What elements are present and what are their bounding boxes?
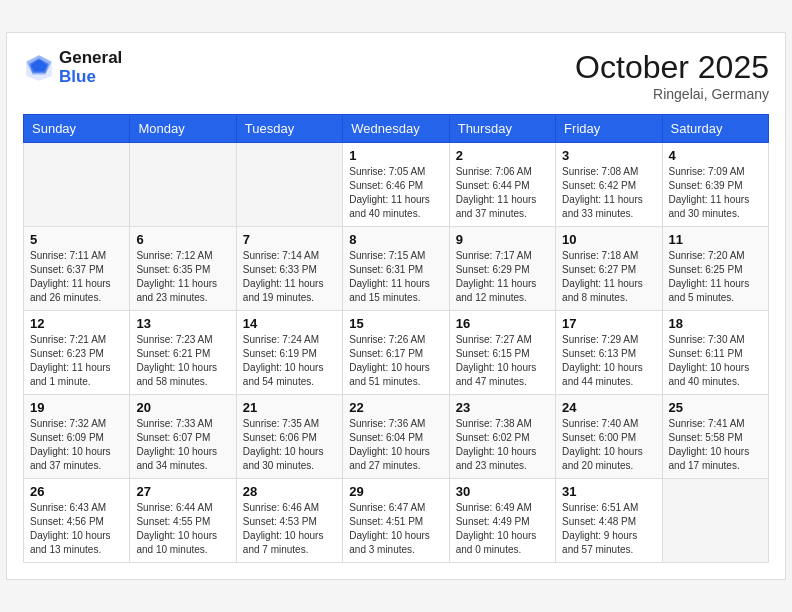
day-cell: 31Sunrise: 6:51 AM Sunset: 4:48 PM Dayli… bbox=[556, 479, 662, 563]
day-info: Sunrise: 7:41 AM Sunset: 5:58 PM Dayligh… bbox=[669, 417, 762, 473]
day-number: 2 bbox=[456, 148, 549, 163]
day-info: Sunrise: 7:24 AM Sunset: 6:19 PM Dayligh… bbox=[243, 333, 336, 389]
day-cell bbox=[24, 143, 130, 227]
day-cell: 8Sunrise: 7:15 AM Sunset: 6:31 PM Daylig… bbox=[343, 227, 449, 311]
weekday-header-friday: Friday bbox=[556, 115, 662, 143]
calendar-header: General Blue October 2025 Ringelai, Germ… bbox=[23, 49, 769, 102]
calendar-body: 1Sunrise: 7:05 AM Sunset: 6:46 PM Daylig… bbox=[24, 143, 769, 563]
day-cell: 25Sunrise: 7:41 AM Sunset: 5:58 PM Dayli… bbox=[662, 395, 768, 479]
day-info: Sunrise: 6:51 AM Sunset: 4:48 PM Dayligh… bbox=[562, 501, 655, 557]
title-block: October 2025 Ringelai, Germany bbox=[575, 49, 769, 102]
day-number: 18 bbox=[669, 316, 762, 331]
weekday-header-tuesday: Tuesday bbox=[236, 115, 342, 143]
day-info: Sunrise: 7:30 AM Sunset: 6:11 PM Dayligh… bbox=[669, 333, 762, 389]
day-cell bbox=[236, 143, 342, 227]
day-number: 30 bbox=[456, 484, 549, 499]
day-number: 15 bbox=[349, 316, 442, 331]
day-number: 17 bbox=[562, 316, 655, 331]
day-cell: 14Sunrise: 7:24 AM Sunset: 6:19 PM Dayli… bbox=[236, 311, 342, 395]
day-cell: 16Sunrise: 7:27 AM Sunset: 6:15 PM Dayli… bbox=[449, 311, 555, 395]
day-number: 27 bbox=[136, 484, 229, 499]
day-info: Sunrise: 7:33 AM Sunset: 6:07 PM Dayligh… bbox=[136, 417, 229, 473]
weekday-header-wednesday: Wednesday bbox=[343, 115, 449, 143]
day-info: Sunrise: 6:43 AM Sunset: 4:56 PM Dayligh… bbox=[30, 501, 123, 557]
day-info: Sunrise: 7:18 AM Sunset: 6:27 PM Dayligh… bbox=[562, 249, 655, 305]
day-info: Sunrise: 7:14 AM Sunset: 6:33 PM Dayligh… bbox=[243, 249, 336, 305]
week-row-5: 26Sunrise: 6:43 AM Sunset: 4:56 PM Dayli… bbox=[24, 479, 769, 563]
day-info: Sunrise: 7:35 AM Sunset: 6:06 PM Dayligh… bbox=[243, 417, 336, 473]
weekday-header-sunday: Sunday bbox=[24, 115, 130, 143]
weekday-header-monday: Monday bbox=[130, 115, 236, 143]
day-cell: 1Sunrise: 7:05 AM Sunset: 6:46 PM Daylig… bbox=[343, 143, 449, 227]
day-number: 7 bbox=[243, 232, 336, 247]
calendar-wrapper: General Blue October 2025 Ringelai, Germ… bbox=[6, 32, 786, 580]
day-number: 10 bbox=[562, 232, 655, 247]
day-cell: 2Sunrise: 7:06 AM Sunset: 6:44 PM Daylig… bbox=[449, 143, 555, 227]
week-row-2: 5Sunrise: 7:11 AM Sunset: 6:37 PM Daylig… bbox=[24, 227, 769, 311]
day-info: Sunrise: 7:05 AM Sunset: 6:46 PM Dayligh… bbox=[349, 165, 442, 221]
day-info: Sunrise: 7:40 AM Sunset: 6:00 PM Dayligh… bbox=[562, 417, 655, 473]
day-info: Sunrise: 7:20 AM Sunset: 6:25 PM Dayligh… bbox=[669, 249, 762, 305]
day-info: Sunrise: 7:27 AM Sunset: 6:15 PM Dayligh… bbox=[456, 333, 549, 389]
month-title: October 2025 bbox=[575, 49, 769, 86]
location: Ringelai, Germany bbox=[575, 86, 769, 102]
day-cell: 5Sunrise: 7:11 AM Sunset: 6:37 PM Daylig… bbox=[24, 227, 130, 311]
day-info: Sunrise: 7:38 AM Sunset: 6:02 PM Dayligh… bbox=[456, 417, 549, 473]
day-number: 23 bbox=[456, 400, 549, 415]
day-info: Sunrise: 7:29 AM Sunset: 6:13 PM Dayligh… bbox=[562, 333, 655, 389]
day-cell: 21Sunrise: 7:35 AM Sunset: 6:06 PM Dayli… bbox=[236, 395, 342, 479]
day-info: Sunrise: 6:49 AM Sunset: 4:49 PM Dayligh… bbox=[456, 501, 549, 557]
day-info: Sunrise: 7:11 AM Sunset: 6:37 PM Dayligh… bbox=[30, 249, 123, 305]
day-number: 13 bbox=[136, 316, 229, 331]
day-cell: 20Sunrise: 7:33 AM Sunset: 6:07 PM Dayli… bbox=[130, 395, 236, 479]
day-info: Sunrise: 7:12 AM Sunset: 6:35 PM Dayligh… bbox=[136, 249, 229, 305]
day-number: 29 bbox=[349, 484, 442, 499]
day-cell: 12Sunrise: 7:21 AM Sunset: 6:23 PM Dayli… bbox=[24, 311, 130, 395]
day-cell: 6Sunrise: 7:12 AM Sunset: 6:35 PM Daylig… bbox=[130, 227, 236, 311]
day-info: Sunrise: 6:44 AM Sunset: 4:55 PM Dayligh… bbox=[136, 501, 229, 557]
weekday-header-row: SundayMondayTuesdayWednesdayThursdayFrid… bbox=[24, 115, 769, 143]
day-cell bbox=[662, 479, 768, 563]
day-cell: 18Sunrise: 7:30 AM Sunset: 6:11 PM Dayli… bbox=[662, 311, 768, 395]
day-number: 5 bbox=[30, 232, 123, 247]
day-info: Sunrise: 7:23 AM Sunset: 6:21 PM Dayligh… bbox=[136, 333, 229, 389]
day-cell: 4Sunrise: 7:09 AM Sunset: 6:39 PM Daylig… bbox=[662, 143, 768, 227]
day-cell: 3Sunrise: 7:08 AM Sunset: 6:42 PM Daylig… bbox=[556, 143, 662, 227]
logo: General Blue bbox=[23, 49, 122, 86]
day-number: 19 bbox=[30, 400, 123, 415]
week-row-3: 12Sunrise: 7:21 AM Sunset: 6:23 PM Dayli… bbox=[24, 311, 769, 395]
calendar-table: SundayMondayTuesdayWednesdayThursdayFrid… bbox=[23, 114, 769, 563]
week-row-4: 19Sunrise: 7:32 AM Sunset: 6:09 PM Dayli… bbox=[24, 395, 769, 479]
day-number: 3 bbox=[562, 148, 655, 163]
day-cell: 19Sunrise: 7:32 AM Sunset: 6:09 PM Dayli… bbox=[24, 395, 130, 479]
day-info: Sunrise: 6:46 AM Sunset: 4:53 PM Dayligh… bbox=[243, 501, 336, 557]
day-cell: 23Sunrise: 7:38 AM Sunset: 6:02 PM Dayli… bbox=[449, 395, 555, 479]
day-info: Sunrise: 7:08 AM Sunset: 6:42 PM Dayligh… bbox=[562, 165, 655, 221]
day-number: 8 bbox=[349, 232, 442, 247]
day-number: 22 bbox=[349, 400, 442, 415]
day-number: 28 bbox=[243, 484, 336, 499]
day-cell: 9Sunrise: 7:17 AM Sunset: 6:29 PM Daylig… bbox=[449, 227, 555, 311]
day-info: Sunrise: 7:21 AM Sunset: 6:23 PM Dayligh… bbox=[30, 333, 123, 389]
day-number: 1 bbox=[349, 148, 442, 163]
day-info: Sunrise: 7:32 AM Sunset: 6:09 PM Dayligh… bbox=[30, 417, 123, 473]
day-cell: 10Sunrise: 7:18 AM Sunset: 6:27 PM Dayli… bbox=[556, 227, 662, 311]
day-number: 6 bbox=[136, 232, 229, 247]
day-cell: 7Sunrise: 7:14 AM Sunset: 6:33 PM Daylig… bbox=[236, 227, 342, 311]
week-row-1: 1Sunrise: 7:05 AM Sunset: 6:46 PM Daylig… bbox=[24, 143, 769, 227]
day-cell: 22Sunrise: 7:36 AM Sunset: 6:04 PM Dayli… bbox=[343, 395, 449, 479]
day-info: Sunrise: 7:17 AM Sunset: 6:29 PM Dayligh… bbox=[456, 249, 549, 305]
day-cell: 30Sunrise: 6:49 AM Sunset: 4:49 PM Dayli… bbox=[449, 479, 555, 563]
logo-icon bbox=[23, 52, 55, 84]
logo-line1: General bbox=[59, 49, 122, 68]
day-cell: 24Sunrise: 7:40 AM Sunset: 6:00 PM Dayli… bbox=[556, 395, 662, 479]
day-info: Sunrise: 7:36 AM Sunset: 6:04 PM Dayligh… bbox=[349, 417, 442, 473]
day-cell: 11Sunrise: 7:20 AM Sunset: 6:25 PM Dayli… bbox=[662, 227, 768, 311]
day-info: Sunrise: 7:15 AM Sunset: 6:31 PM Dayligh… bbox=[349, 249, 442, 305]
day-cell: 27Sunrise: 6:44 AM Sunset: 4:55 PM Dayli… bbox=[130, 479, 236, 563]
day-cell: 28Sunrise: 6:46 AM Sunset: 4:53 PM Dayli… bbox=[236, 479, 342, 563]
day-info: Sunrise: 7:26 AM Sunset: 6:17 PM Dayligh… bbox=[349, 333, 442, 389]
day-cell: 15Sunrise: 7:26 AM Sunset: 6:17 PM Dayli… bbox=[343, 311, 449, 395]
day-info: Sunrise: 6:47 AM Sunset: 4:51 PM Dayligh… bbox=[349, 501, 442, 557]
day-number: 31 bbox=[562, 484, 655, 499]
